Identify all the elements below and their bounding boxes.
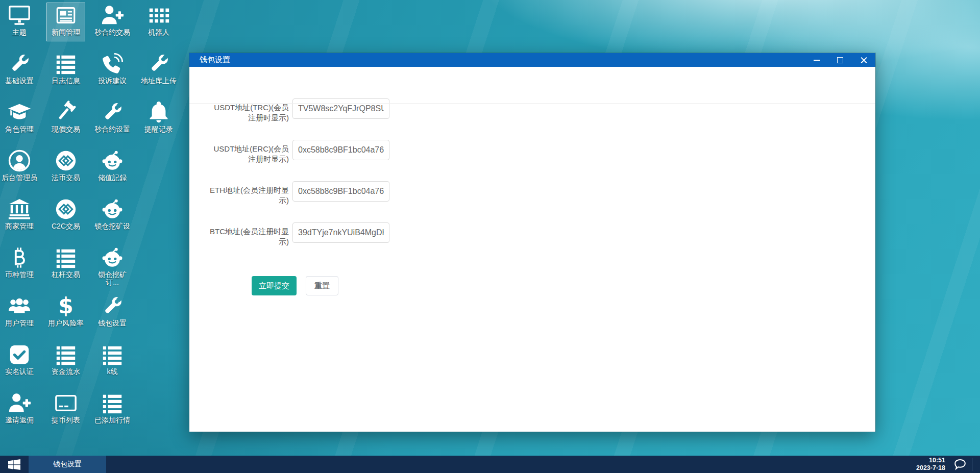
user-plus-icon [8, 391, 31, 415]
form-row: USDT地址(ERC)(会员注册时显示) [210, 140, 875, 164]
desktop-item-label: 钱包设置 [98, 319, 127, 327]
newspaper-icon [54, 4, 78, 27]
maximize-icon [837, 57, 843, 63]
gemini-icon [54, 149, 78, 172]
desktop-item[interactable]: 提醒记录 [139, 99, 178, 138]
desktop-item-label: 新闻管理 [52, 29, 80, 36]
show-desktop-button[interactable] [972, 456, 980, 473]
desktop-item-label: 用户管理 [5, 319, 34, 327]
desktop-item[interactable]: 基础设置 [0, 51, 39, 90]
desktop-item[interactable]: 秒合约交易 [93, 3, 132, 41]
desktop-item-label: 基础设置 [5, 77, 34, 85]
desktop-item-label: 锁仓挖矿设 [94, 222, 130, 230]
wrench-icon [101, 101, 124, 124]
taskbar-item-wallet-settings[interactable]: 钱包设置 [29, 456, 106, 473]
desktop-item[interactable]: 杠杆交易 [46, 245, 85, 284]
desktop-item[interactable]: 角色管理 [0, 99, 39, 138]
desktop-item[interactable]: k线 [93, 342, 132, 381]
field-label: BTC地址(会员注册时显示) [210, 222, 289, 247]
action-center-button[interactable] [948, 456, 972, 473]
btc-address-input[interactable] [292, 222, 389, 243]
desktop-item-label: 日志信息 [52, 77, 80, 85]
desktop-item[interactable]: 钱包设置 [93, 293, 132, 332]
desktop-item[interactable]: 用户风险率 [46, 293, 85, 332]
desktop-item[interactable]: 币种管理 [0, 245, 39, 284]
window-title: 钱包设置 [189, 55, 805, 65]
desktop-item[interactable]: 后台管理员 [0, 148, 39, 187]
list-icon [101, 343, 124, 366]
minimize-button[interactable] [805, 53, 828, 67]
form-actions: 立即提交 重置 [252, 276, 875, 295]
wrench-icon [147, 52, 170, 76]
desktop-item-label: 币种管理 [5, 271, 34, 279]
form-row: BTC地址(会员注册时显示) [210, 222, 875, 247]
reset-button[interactable]: 重置 [306, 276, 338, 295]
monitor-icon [8, 4, 31, 27]
desktop-item[interactable]: 法币交易 [46, 148, 85, 187]
desktop-item[interactable]: 地址库上传 [139, 51, 178, 90]
usdt-trc-address-input[interactable] [292, 98, 389, 119]
bitcoin-icon [8, 246, 31, 269]
desktop-item-label: 提醒记录 [144, 126, 173, 133]
user-plus-icon [101, 4, 124, 27]
window-titlebar[interactable]: 钱包设置 [189, 53, 875, 67]
desktop-item[interactable]: 商家管理 [0, 196, 39, 235]
list-icon [54, 52, 78, 76]
taskbar: 钱包设置 10:51 2023-7-18 [0, 456, 980, 473]
desktop-item[interactable]: 投诉建议 [93, 51, 132, 90]
desktop-item-label: 主题 [12, 29, 27, 36]
desktop-item[interactable]: 锁仓挖矿设 [93, 196, 132, 235]
desktop-item[interactable]: 秒合约设置 [93, 99, 132, 138]
close-button[interactable] [852, 53, 875, 67]
empty-cell [139, 390, 178, 429]
dollar-icon [54, 294, 78, 318]
taskbar-clock[interactable]: 10:51 2023-7-18 [916, 456, 948, 473]
desktop-item[interactable]: 资金流水 [46, 342, 85, 381]
reddit-icon [101, 246, 124, 269]
credit-card-icon [54, 391, 78, 415]
eth-address-input[interactable] [292, 181, 389, 202]
desktop-item-label: 投诉建议 [98, 77, 127, 85]
desktop-grid: 主题新闻管理秒合约交易机器人基础设置日志信息投诉建议地址库上传角色管理现價交易秒… [0, 3, 178, 429]
windows-logo-icon [8, 459, 20, 470]
reddit-icon [101, 149, 124, 172]
desktop-item[interactable]: 日志信息 [46, 51, 85, 90]
desktop-item-label: 储值記録 [98, 174, 127, 182]
usdt-erc-address-input[interactable] [292, 140, 389, 160]
wallet-settings-window: 钱包设置 USDT地址(TRC)(会员注册时显示)USDT地址(ERC)(会员注… [189, 53, 875, 432]
desktop-item[interactable]: 提币列表 [46, 390, 85, 429]
desktop-item-label: 锁仓挖矿订... [93, 271, 131, 286]
desktop-item-label: 杠杆交易 [52, 271, 80, 279]
start-button[interactable] [0, 456, 29, 473]
reddit-icon [101, 197, 124, 221]
check-square-icon [8, 343, 31, 366]
desktop-item[interactable]: 用户管理 [0, 293, 39, 332]
desktop-item[interactable]: 主题 [0, 3, 39, 41]
desktop-item[interactable]: 实名认证 [0, 342, 39, 381]
desktop-item[interactable]: 储值記録 [93, 148, 132, 187]
desktop-item[interactable]: 邀请返佣 [0, 390, 39, 429]
list-icon [54, 343, 78, 366]
bell-icon [147, 101, 170, 124]
desktop-item[interactable]: 锁仓挖矿订... [93, 245, 132, 284]
maximize-button[interactable] [828, 53, 852, 67]
desktop-item-label: 秒合约设置 [94, 126, 130, 133]
window-content: USDT地址(TRC)(会员注册时显示)USDT地址(ERC)(会员注册时显示)… [189, 67, 875, 432]
desktop-item[interactable]: 新闻管理 [46, 3, 85, 41]
desktop-item[interactable]: 机器人 [139, 3, 178, 41]
submit-button[interactable]: 立即提交 [252, 276, 297, 295]
desktop-item-label: 法币交易 [52, 174, 80, 182]
wrench-icon [101, 294, 124, 318]
graduation-cap-icon [8, 101, 31, 124]
clock-time: 10:51 [929, 457, 945, 464]
desktop-item[interactable]: 已添加行情 [93, 390, 132, 429]
desktop-item-label: 角色管理 [5, 126, 34, 133]
minimize-icon [814, 60, 820, 61]
desktop-item[interactable]: 现價交易 [46, 99, 85, 138]
desktop-item-label: 用户风险率 [48, 319, 84, 327]
desktop-item[interactable]: C2C交易 [46, 196, 85, 235]
field-label: ETH地址(会员注册时显示) [210, 181, 289, 206]
desktop-item-label: 地址库上传 [141, 77, 177, 85]
form-row: USDT地址(TRC)(会员注册时显示) [210, 98, 875, 123]
field-label: USDT地址(TRC)(会员注册时显示) [210, 98, 289, 123]
